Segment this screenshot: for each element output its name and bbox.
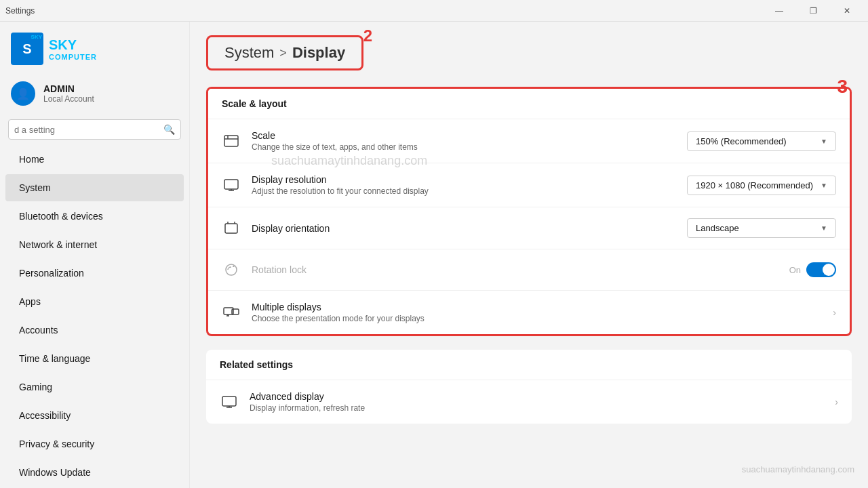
breadcrumb-wrapper: 2 System > Display [206, 35, 363, 70]
scale-layout-header: Scale & layout [208, 89, 850, 119]
advanced-display-arrow: › [835, 396, 838, 408]
multiple-displays-icon [222, 303, 241, 322]
user-info: ADMIN Local Account [43, 83, 94, 104]
nav-item-accounts[interactable]: Accounts [5, 317, 184, 344]
display-resolution-control[interactable]: 1920 × 1080 (Recommended) ▼ [687, 176, 836, 195]
rotation-lock-toggle[interactable] [806, 262, 836, 277]
sidebar-logo: S SKY COMPUTER [0, 27, 189, 76]
title-bar-controls: — ❐ ✕ [764, 0, 863, 22]
display-orientation-row: Display orientation Landscape ▼ [208, 207, 850, 249]
nav-item-home[interactable]: Home [5, 146, 184, 173]
avatar: 👤 [11, 81, 35, 106]
multiple-displays-row[interactable]: Multiple displays Choose the presentatio… [208, 290, 850, 334]
related-settings-header: Related settings [206, 350, 852, 380]
scale-desc: Change the size of text, apps, and other… [252, 142, 676, 152]
display-resolution-title: Display resolution [252, 174, 676, 185]
annotation-number-3: 3 [837, 76, 848, 98]
related-settings-section: Related settings Advanced display Displa… [206, 350, 852, 424]
advanced-display-desc: Display information, refresh rate [250, 403, 824, 413]
advanced-display-row[interactable]: Advanced display Display information, re… [206, 380, 852, 424]
nav-item-gaming[interactable]: Gaming [5, 373, 184, 401]
sidebar: S SKY COMPUTER 👤 ADMIN Local Account 🔍 H… [0, 22, 190, 488]
minimize-button[interactable]: — [764, 0, 795, 22]
user-name: ADMIN [43, 83, 94, 94]
svg-rect-0 [224, 136, 238, 146]
search-box[interactable]: 🔍 [8, 119, 181, 140]
advanced-display-icon [220, 392, 239, 411]
scale-title: Scale [252, 130, 676, 141]
scale-layout-section: Scale & layout Scale Change the size of … [206, 87, 852, 336]
logo-sky: SKY [49, 37, 97, 53]
rotation-lock-control: On [789, 262, 836, 277]
display-orientation-icon [222, 219, 241, 238]
rotation-lock-info: Rotation lock [252, 264, 778, 275]
watermark: suachuamaytinhdanang.com [742, 464, 854, 474]
nav-item-accessibility[interactable]: Accessibility [5, 402, 184, 429]
display-resolution-icon [222, 176, 241, 195]
display-orientation-info: Display orientation [252, 223, 676, 234]
chevron-down-icon-3: ▼ [821, 224, 827, 232]
multiple-displays-desc: Choose the presentation mode for your di… [252, 314, 822, 323]
sidebar-user: 👤 ADMIN Local Account [0, 76, 189, 114]
display-resolution-row: Display resolution Adjust the resolution… [208, 163, 850, 207]
advanced-display-title: Advanced display [250, 391, 824, 402]
nav-item-apps[interactable]: Apps [5, 288, 184, 315]
display-resolution-desc: Adjust the resolution to fit your connec… [252, 186, 676, 196]
title-bar: Settings — ❐ ✕ [0, 0, 868, 22]
nav-item-time[interactable]: Time & language [5, 345, 184, 372]
content-area: 2 System > Display 3 suachuamaytinhdanan… [190, 22, 868, 488]
chevron-down-icon: ▼ [821, 138, 827, 145]
breadcrumb-display: Display [292, 44, 345, 62]
chevron-right-icon-2: › [835, 396, 838, 407]
nav-item-windows-update[interactable]: Windows Update [5, 459, 184, 486]
search-icon[interactable]: 🔍 [163, 124, 175, 135]
maximize-button[interactable]: ❐ [797, 0, 829, 22]
breadcrumb-system[interactable]: System [224, 44, 274, 62]
scale-dropdown[interactable]: 150% (Recommended) ▼ [687, 131, 836, 151]
rotation-lock-toggle-label: On [789, 265, 801, 275]
breadcrumb: System > Display [224, 44, 345, 62]
nav-item-personalization[interactable]: Personalization [5, 260, 184, 287]
logo-text: SKY COMPUTER [49, 37, 97, 61]
title-bar-label: Settings [5, 6, 35, 16]
close-button[interactable]: ✕ [831, 0, 863, 22]
svg-rect-6 [225, 224, 237, 233]
display-orientation-dropdown[interactable]: Landscape ▼ [687, 218, 836, 238]
nav-item-privacy[interactable]: Privacy & security [5, 430, 184, 458]
display-orientation-dropdown-value: Landscape [696, 223, 739, 233]
multiple-displays-arrow: › [833, 306, 836, 319]
nav-item-system[interactable]: System [5, 174, 184, 201]
advanced-display-info: Advanced display Display information, re… [250, 391, 824, 413]
display-resolution-dropdown[interactable]: 1920 × 1080 (Recommended) ▼ [687, 176, 836, 195]
svg-rect-12 [222, 396, 236, 406]
main-layout: S SKY COMPUTER 👤 ADMIN Local Account 🔍 H… [0, 22, 868, 488]
display-orientation-title: Display orientation [252, 223, 676, 234]
nav-item-bluetooth[interactable]: Bluetooth & devices [5, 203, 184, 230]
scale-icon [222, 131, 241, 150]
chevron-down-icon-2: ▼ [821, 182, 827, 189]
logo-icon: S [11, 33, 43, 65]
user-role: Local Account [43, 94, 94, 104]
display-orientation-control[interactable]: Landscape ▼ [687, 218, 836, 238]
multiple-displays-info: Multiple displays Choose the presentatio… [252, 302, 822, 323]
breadcrumb-separator: > [279, 46, 287, 60]
scale-row: Scale Change the size of text, apps, and… [208, 119, 850, 163]
rotation-lock-icon [222, 260, 241, 279]
rotation-lock-row: Rotation lock On [208, 249, 850, 290]
nav-item-network[interactable]: Network & internet [5, 231, 184, 258]
scale-info: Scale Change the size of text, apps, and… [252, 130, 676, 152]
logo-computer: COMPUTER [49, 53, 97, 61]
multiple-displays-title: Multiple displays [252, 302, 822, 312]
annotation-number-2: 2 [363, 26, 372, 45]
rotation-lock-title: Rotation lock [252, 264, 778, 275]
scale-control[interactable]: 150% (Recommended) ▼ [687, 131, 836, 151]
search-input[interactable] [14, 125, 159, 135]
svg-rect-3 [224, 180, 238, 189]
scale-dropdown-value: 150% (Recommended) [696, 136, 787, 146]
display-resolution-info: Display resolution Adjust the resolution… [252, 174, 676, 196]
chevron-right-icon: › [833, 307, 836, 318]
display-resolution-dropdown-value: 1920 × 1080 (Recommended) [696, 180, 813, 190]
